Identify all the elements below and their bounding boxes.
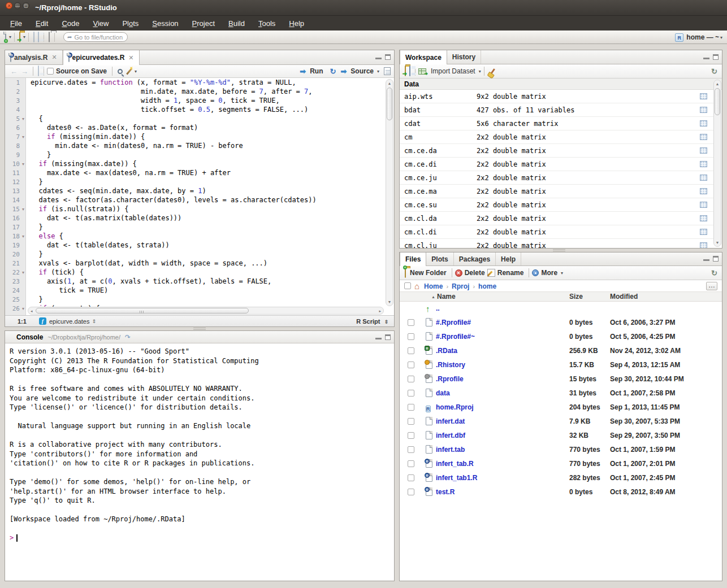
code-line[interactable]: 4 tick.offset = 0.5, segments = FALSE, .… — [5, 105, 394, 114]
source-on-save-checkbox[interactable] — [47, 68, 54, 75]
source-button[interactable]: Source — [350, 67, 374, 75]
workspace-object-row[interactable]: cm.cl.di2x2 double matrix — [400, 225, 714, 239]
view-data-grid-icon[interactable] — [700, 134, 707, 140]
workspace-object-row[interactable]: cm.ce.ju2x2 double matrix — [400, 171, 714, 185]
close-icon[interactable]: ✕ — [6, 2, 12, 9]
minimize-pane-icon[interactable] — [703, 54, 709, 59]
function-scope[interactable]: epicurve.dates — [49, 318, 90, 325]
workspace-object-row[interactable]: aip.wts9x2 double matrix — [400, 90, 714, 103]
file-checkbox[interactable] — [408, 446, 414, 453]
file-name[interactable]: data — [436, 389, 450, 397]
more-caret-icon[interactable]: ▾ — [561, 271, 563, 276]
code-line[interactable]: 16 dat <- t(as.matrix(table(dates))) — [5, 214, 394, 223]
refresh-icon[interactable]: ↻ — [711, 269, 717, 277]
code-line[interactable]: 20 } — [5, 250, 394, 259]
workspace-tab-workspace[interactable]: Workspace — [400, 50, 447, 64]
horizontal-splitter-grip[interactable] — [553, 249, 565, 251]
scrollbar-thumb[interactable] — [387, 88, 392, 120]
code-line[interactable]: 23 axis(1, at = c(0, xvals + tick.offset… — [5, 277, 394, 286]
code-line[interactable]: 11 max.date <- max(dates0, na.rm = TRUE)… — [5, 168, 394, 177]
file-checkbox[interactable] — [408, 404, 414, 411]
print-button[interactable] — [49, 32, 50, 42]
file-checkbox[interactable] — [408, 474, 414, 481]
code-line[interactable]: 1epicurve.dates = function (x, format = … — [5, 78, 394, 87]
breadcrumb-more-button[interactable]: … — [706, 282, 717, 290]
scroll-right-icon[interactable]: ▸ — [379, 307, 381, 315]
files-tab-packages[interactable]: Packages — [454, 252, 496, 265]
file-row[interactable]: .Rprofile15 bytesSep 30, 2012, 10:44 PM — [400, 372, 722, 386]
file-row[interactable]: Rhome.Rproj204 bytesSep 1, 2013, 11:45 P… — [400, 400, 722, 415]
import-dataset-caret-icon[interactable]: ▾ — [479, 69, 481, 74]
maximize-pane-icon[interactable] — [713, 54, 719, 60]
file-name[interactable]: #.Rprofile# — [436, 319, 471, 326]
file-checkbox[interactable] — [408, 390, 414, 397]
scroll-left-icon[interactable]: ◂ — [31, 307, 33, 315]
more-button[interactable]: More — [541, 269, 557, 277]
code-line[interactable]: 18▾ else { — [5, 232, 394, 241]
fold-arrow-icon[interactable]: ▾ — [20, 207, 27, 212]
column-size[interactable]: Size — [569, 293, 583, 300]
file-name[interactable]: infert.tab — [436, 446, 465, 454]
workspace-tab-history[interactable]: History — [447, 50, 481, 64]
menu-build[interactable]: Build — [222, 17, 252, 30]
file-checkbox[interactable] — [408, 361, 414, 368]
breadcrumb-home[interactable]: Home — [424, 282, 443, 290]
file-name[interactable]: infert_tab.R — [436, 460, 474, 468]
file-row[interactable]: Rtest.R0 bytesOct 8, 2012, 8:49 AM — [400, 485, 722, 499]
file-name[interactable]: .Rhistory — [436, 361, 465, 369]
code-line[interactable]: 8 min.date <- min(dates0, na.rm = TRUE) … — [5, 141, 394, 150]
scroll-down-icon[interactable]: ▼ — [714, 239, 721, 246]
more-gear-icon[interactable] — [532, 269, 539, 276]
menu-edit[interactable]: Edit — [29, 17, 55, 30]
refresh-icon[interactable]: ↻ — [711, 67, 717, 76]
maximize-pane-icon[interactable] — [713, 256, 719, 262]
fold-arrow-icon[interactable]: ▾ — [20, 116, 27, 121]
scroll-up-icon[interactable]: ▲ — [386, 80, 393, 87]
code-line[interactable]: 21 xvals <- barplot(dat, width = width, … — [5, 259, 394, 268]
files-tab-help[interactable]: Help — [496, 252, 521, 265]
file-checkbox[interactable] — [408, 333, 414, 340]
view-data-grid-icon[interactable] — [700, 147, 707, 154]
menu-file[interactable]: File — [3, 17, 29, 30]
breadcrumb-rproj[interactable]: Rproj — [452, 282, 469, 290]
save-all-button[interactable] — [38, 32, 39, 42]
forward-icon[interactable]: → — [21, 67, 28, 76]
file-name[interactable]: infert.dat — [436, 417, 465, 425]
column-name[interactable]: Name — [437, 293, 456, 300]
source-caret-icon[interactable]: ▾ — [377, 69, 379, 74]
file-name[interactable]: #.Rprofile#~ — [436, 333, 475, 341]
maximize-pane-icon[interactable] — [385, 54, 391, 60]
rename-pencil-icon[interactable] — [487, 269, 495, 277]
new-folder-label[interactable]: New Folder — [410, 269, 447, 277]
fold-arrow-icon[interactable]: ▾ — [20, 306, 27, 311]
code-tools-icon[interactable] — [126, 68, 132, 75]
sort-ascending-icon[interactable]: ▲ — [431, 295, 435, 299]
delete-button[interactable]: Delete — [465, 269, 485, 277]
console-output[interactable]: R version 3.0.1 (2013-05-16) -- "Good Sp… — [10, 347, 390, 581]
code-line[interactable]: 19 dat <- t(table(dates, strata)) — [5, 241, 394, 250]
file-type-selector[interactable]: R Script ⇕ — [356, 318, 388, 325]
code-line[interactable]: 22▾ if (tick) { — [5, 268, 394, 277]
scope-selector-icon[interactable]: ⇕ — [92, 319, 96, 324]
workspace-vertical-scrollbar[interactable]: ▲ ▼ — [713, 80, 721, 247]
file-checkbox[interactable] — [408, 319, 414, 326]
open-file-caret-icon[interactable]: ▾ — [23, 34, 25, 40]
close-tab-icon[interactable]: ✕ — [51, 54, 57, 61]
rerun-icon[interactable]: ↻ — [330, 67, 336, 76]
delete-icon[interactable]: ✕ — [455, 269, 462, 277]
file-name[interactable]: infert_tab1.R — [436, 474, 477, 482]
console-prompt-row[interactable]: > — [10, 533, 390, 543]
file-row[interactable]: Rinfert_tab1.R282 bytesOct 1, 2007, 2:45… — [400, 471, 722, 485]
workspace-object-row[interactable]: cm.ce.di2x2 double matrix — [400, 158, 714, 171]
workspace-object-row[interactable]: cm.ce.da2x2 double matrix — [400, 144, 714, 158]
view-data-grid-icon[interactable] — [700, 120, 707, 127]
files-tab-plots[interactable]: Plots — [426, 252, 453, 265]
file-row[interactable]: data31 bytesOct 1, 2007, 2:58 PM — [400, 386, 722, 400]
code-line[interactable]: 5▾ { — [5, 114, 394, 123]
view-data-grid-icon[interactable] — [700, 93, 707, 99]
file-row[interactable]: infert.tab770 bytesOct 1, 2007, 1:59 PM — [400, 443, 722, 457]
save-workspace-button[interactable] — [409, 66, 410, 76]
source-tab-epicurvedates-r[interactable]: Repicurvedates.R✕ — [63, 50, 140, 65]
file-name[interactable]: .. — [436, 304, 440, 312]
view-data-grid-icon[interactable] — [700, 242, 707, 248]
